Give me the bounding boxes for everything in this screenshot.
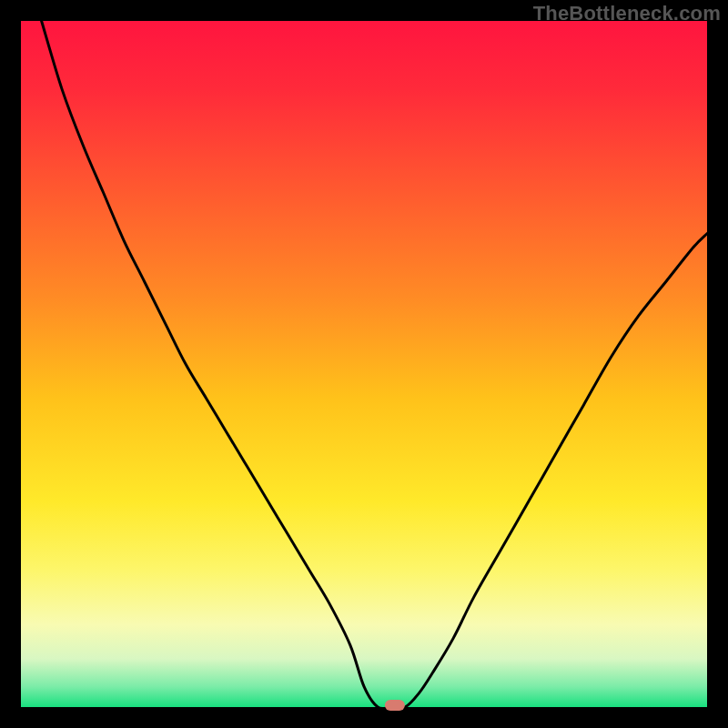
bottleneck-chart [0, 0, 728, 728]
chart-frame: TheBottleneck.com [0, 0, 728, 728]
gradient-background [21, 21, 707, 707]
optimum-marker [385, 700, 405, 711]
